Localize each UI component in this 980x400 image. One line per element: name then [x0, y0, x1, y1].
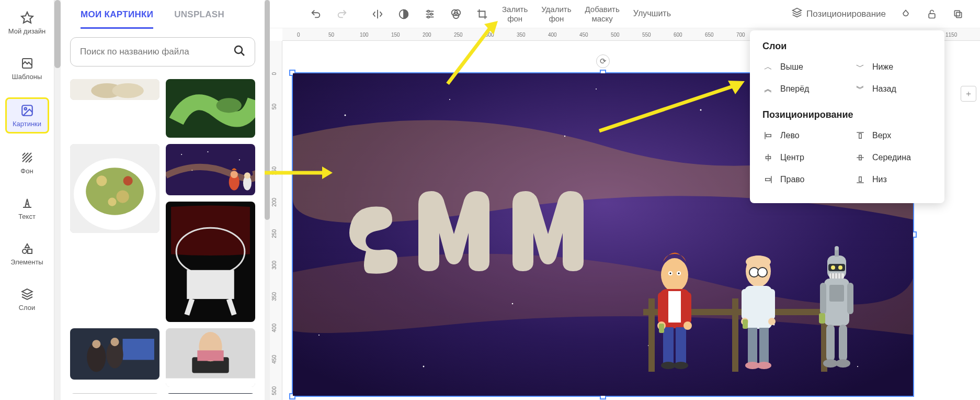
- nav-my-design[interactable]: Мой дизайн: [5, 6, 49, 39]
- layers-icon: [20, 287, 35, 302]
- tab-my-images[interactable]: МОИ КАРТИНКИ: [81, 9, 153, 29]
- adjust-button[interactable]: [418, 3, 441, 26]
- svg-point-23: [207, 151, 208, 152]
- left-nav: Мой дизайн Шаблоны Картинки Фон Текст Эл…: [0, 0, 54, 400]
- rotate-handle[interactable]: ⟳: [596, 54, 610, 68]
- align-center-icon: [762, 152, 774, 163]
- add-mask-button[interactable]: Добавитьмаску: [580, 3, 625, 26]
- thumb-7[interactable]: [166, 328, 255, 387]
- thumb-8[interactable]: [70, 393, 159, 394]
- thumb-3[interactable]: [70, 144, 159, 233]
- thumb-9[interactable]: [166, 393, 255, 394]
- layer-forward[interactable]: ︽Вперёд: [762, 81, 840, 97]
- svg-point-67: [449, 99, 450, 100]
- nav-text-label: Текст: [18, 213, 36, 220]
- svg-point-56: [430, 13, 432, 15]
- svg-rect-106: [759, 328, 769, 363]
- annotation-arrow-1: [259, 162, 333, 183]
- svg-point-77: [318, 335, 320, 336]
- svg-line-150: [599, 86, 733, 131]
- svg-marker-6: [22, 289, 32, 294]
- svg-rect-143: [766, 179, 770, 181]
- thumb-2[interactable]: [166, 79, 255, 138]
- sidebar-scrollbar[interactable]: [54, 0, 61, 400]
- nav-layers-label: Слои: [19, 304, 36, 312]
- svg-point-20: [123, 176, 133, 185]
- align-center[interactable]: Центр: [762, 150, 840, 165]
- positioning-label: Позиционирование: [806, 9, 886, 19]
- nav-images[interactable]: Картинки: [5, 97, 49, 134]
- annotation-arrow-3: [594, 79, 746, 136]
- align-bottom[interactable]: Низ: [854, 172, 932, 187]
- align-left[interactable]: Лево: [762, 128, 840, 143]
- layer-higher[interactable]: ︿Выше: [762, 59, 840, 75]
- nav-text[interactable]: Текст: [5, 192, 49, 225]
- thumb-5[interactable]: [166, 202, 255, 322]
- thumb-4[interactable]: [166, 144, 255, 195]
- shapes-icon: [20, 241, 35, 256]
- search-icon[interactable]: [233, 45, 246, 59]
- svg-point-73: [512, 303, 514, 305]
- delete-bg-button[interactable]: Удалитьфон: [536, 3, 576, 26]
- thumb-1[interactable]: [70, 79, 159, 100]
- svg-rect-43: [197, 350, 223, 361]
- svg-point-3: [24, 108, 26, 110]
- svg-marker-61: [793, 8, 802, 13]
- svg-rect-105: [748, 328, 757, 363]
- positioning-button[interactable]: Позиционирование: [787, 7, 891, 20]
- right-rail: ＋: [957, 82, 980, 102]
- svg-point-112: [768, 318, 776, 325]
- svg-point-129: [823, 359, 838, 368]
- double-chevron-up-icon: ︽: [762, 83, 774, 95]
- layer-back[interactable]: ︾Назад: [854, 81, 932, 97]
- svg-rect-117: [828, 264, 845, 271]
- text-icon: [20, 196, 35, 210]
- svg-rect-33: [187, 270, 234, 299]
- svg-rect-95: [658, 292, 665, 324]
- thumb-6[interactable]: [70, 328, 159, 380]
- align-top[interactable]: Верх: [854, 128, 932, 143]
- svg-rect-64: [954, 10, 960, 16]
- align-right-icon: [762, 174, 774, 185]
- tab-unsplash[interactable]: UNSPLASH: [174, 9, 224, 29]
- opacity-button[interactable]: [894, 3, 917, 26]
- svg-point-11: [112, 83, 143, 98]
- layers-icon: [792, 7, 802, 20]
- add-page-button[interactable]: ＋: [961, 86, 976, 102]
- nav-elements[interactable]: Элементы: [5, 237, 49, 270]
- align-right[interactable]: Право: [762, 172, 840, 187]
- duplicate-button[interactable]: [947, 3, 970, 26]
- svg-rect-96: [684, 292, 691, 324]
- layer-lower[interactable]: ﹀Ниже: [854, 59, 932, 75]
- svg-marker-0: [21, 12, 33, 23]
- svg-rect-62: [929, 14, 935, 18]
- align-middle[interactable]: Середина: [854, 150, 932, 165]
- chevron-up-icon: ︿: [762, 61, 774, 73]
- nav-templates[interactable]: Шаблоны: [5, 52, 49, 85]
- svg-point-87: [670, 273, 671, 274]
- fill-bg-button[interactable]: Залитьфон: [497, 3, 533, 26]
- svg-point-93: [661, 362, 676, 369]
- align-left-icon: [762, 130, 774, 141]
- svg-rect-132: [847, 283, 853, 314]
- templates-icon: [20, 56, 35, 71]
- nav-my-design-label: Мой дизайн: [8, 27, 46, 35]
- svg-rect-115: [835, 249, 839, 257]
- svg-rect-137: [859, 134, 862, 138]
- nav-layers[interactable]: Слои: [5, 283, 49, 316]
- search-input[interactable]: [70, 37, 255, 66]
- align-top-icon: [854, 130, 866, 141]
- lock-button[interactable]: [920, 3, 943, 26]
- enhance-button[interactable]: Улучшить: [628, 3, 676, 26]
- undo-button[interactable]: [304, 3, 327, 26]
- panel-scrollbar[interactable]: [265, 0, 270, 400]
- contrast-button[interactable]: [392, 3, 415, 26]
- svg-point-19: [108, 198, 116, 206]
- svg-rect-126: [829, 285, 844, 302]
- images-panel: МОИ КАРТИНКИ UNSPLASH: [61, 0, 265, 400]
- flip-button[interactable]: [366, 3, 389, 26]
- nav-background[interactable]: Фон: [5, 146, 49, 179]
- svg-point-108: [757, 362, 771, 369]
- svg-line-8: [241, 52, 244, 55]
- redo-button[interactable]: [331, 3, 354, 26]
